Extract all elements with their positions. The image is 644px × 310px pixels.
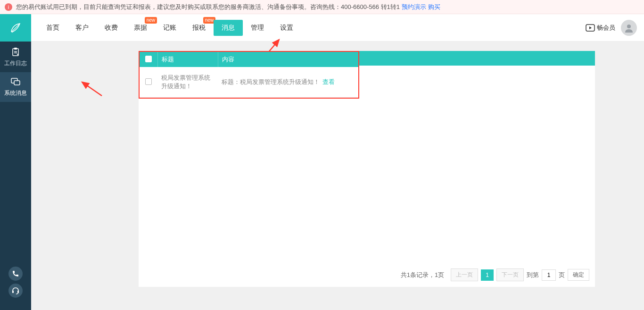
- page-input[interactable]: [542, 269, 556, 281]
- nav-settings-label: 设置: [280, 24, 293, 31]
- support-button[interactable]: [8, 284, 23, 298]
- nav-tax-label: 报税: [192, 24, 206, 31]
- message-table: 标题 内容 税局发票管理系统升级通知！: [140, 52, 358, 98]
- header-content: 内容: [218, 52, 358, 67]
- chat-icon: [11, 78, 20, 86]
- page-1-button[interactable]: 1: [481, 269, 494, 281]
- sidebar-label-worklog: 工作日志: [4, 60, 27, 67]
- svg-rect-1: [14, 48, 17, 50]
- row-checkbox[interactable]: [145, 78, 152, 85]
- nav-fee[interactable]: 收费: [97, 20, 126, 36]
- sidebar-item-worklog[interactable]: 工作日志: [0, 42, 31, 72]
- content-area: 标题 内容 税局发票管理系统升级通知！: [31, 42, 644, 310]
- goto-confirm-button[interactable]: 确定: [568, 269, 589, 281]
- svg-rect-5: [17, 291, 19, 293]
- app-logo[interactable]: [0, 14, 31, 42]
- select-all-checkbox[interactable]: [145, 56, 152, 62]
- row-content-text: 标题：税局发票管理系统升级通知！: [222, 78, 320, 85]
- sidebar-bottom: [0, 264, 31, 310]
- pagination: 共1条记录，1页 上一页 1 下一页 到第 页 确定: [401, 268, 589, 281]
- highlighted-table-region: 标题 内容 税局发票管理系统升级通知！: [139, 51, 359, 99]
- svg-rect-3: [14, 81, 20, 85]
- nav-message-label: 消息: [222, 24, 235, 31]
- phone-icon: [12, 270, 19, 277]
- nav-manage[interactable]: 管理: [243, 20, 272, 36]
- header-checkbox-cell: [140, 52, 157, 67]
- prev-page-button[interactable]: 上一页: [451, 268, 478, 281]
- nav-manage-label: 管理: [251, 24, 264, 31]
- nav-bill-label: 票据: [134, 24, 147, 31]
- svg-line-8: [268, 40, 279, 52]
- sidebar: 工作日志 系统消息: [0, 14, 31, 310]
- headset-icon: [11, 286, 20, 295]
- page-info: 共1条记录，1页: [401, 271, 444, 279]
- member-link[interactable]: 畅会员: [586, 24, 615, 32]
- goto-suffix: 页: [559, 271, 565, 279]
- nav-fee-label: 收费: [105, 24, 118, 31]
- view-link[interactable]: 查看: [322, 78, 335, 85]
- trial-expired-banner: i 您的易代账试用已到期，目前只能查询凭证和报表，建议您及时购买或联系您的服务商…: [0, 0, 644, 14]
- svg-line-9: [82, 82, 102, 96]
- user-icon: [624, 23, 634, 33]
- nav-tax[interactable]: 报税 new: [184, 20, 214, 36]
- top-nav: 首页 客户 收费 票据 new 记账 报税 new 消息 管理 设置: [31, 14, 644, 42]
- banner-text: 您的易代账试用已到期，目前只能查询凭证和报表，建议您及时购买或联系您的服务商激活…: [16, 3, 400, 11]
- nav-home-label: 首页: [46, 24, 59, 31]
- header-title: 标题: [157, 52, 218, 67]
- member-label: 畅会员: [597, 24, 615, 32]
- buy-link[interactable]: 购买: [428, 3, 440, 11]
- row-checkbox-cell: [140, 67, 157, 98]
- next-page-button[interactable]: 下一页: [496, 268, 524, 281]
- phone-button[interactable]: [8, 267, 23, 281]
- row-title: 税局发票管理系统升级通知！: [157, 67, 218, 98]
- nav-home[interactable]: 首页: [38, 20, 67, 36]
- clipboard-icon: [11, 47, 20, 57]
- goto-prefix: 到第: [527, 271, 539, 279]
- nav-customer-label: 客户: [75, 24, 89, 31]
- video-icon: [586, 24, 595, 32]
- nav-customer[interactable]: 客户: [67, 20, 97, 36]
- leaf-icon: [8, 21, 23, 35]
- sidebar-label-sysmsg: 系统消息: [4, 90, 27, 96]
- svg-point-7: [627, 25, 631, 28]
- row-content: 标题：税局发票管理系统升级通知！ 查看: [218, 67, 358, 98]
- annotation-arrow-icon: [78, 79, 107, 98]
- demo-link[interactable]: 预约演示: [402, 3, 426, 11]
- content-card: 标题 内容 税局发票管理系统升级通知！: [139, 51, 595, 287]
- nav-settings[interactable]: 设置: [272, 20, 301, 36]
- nav-message[interactable]: 消息: [214, 20, 243, 36]
- svg-rect-4: [12, 291, 14, 293]
- nav-account[interactable]: 记账: [155, 20, 184, 36]
- table-header-extension: [359, 51, 595, 66]
- nav-account-label: 记账: [163, 24, 176, 31]
- user-avatar[interactable]: [621, 20, 637, 36]
- nav-bill[interactable]: 票据 new: [126, 20, 155, 36]
- table-row: 税局发票管理系统升级通知！ 标题：税局发票管理系统升级通知！ 查看: [140, 67, 358, 98]
- sidebar-item-sysmsg[interactable]: 系统消息: [0, 72, 31, 102]
- info-icon: i: [5, 3, 12, 11]
